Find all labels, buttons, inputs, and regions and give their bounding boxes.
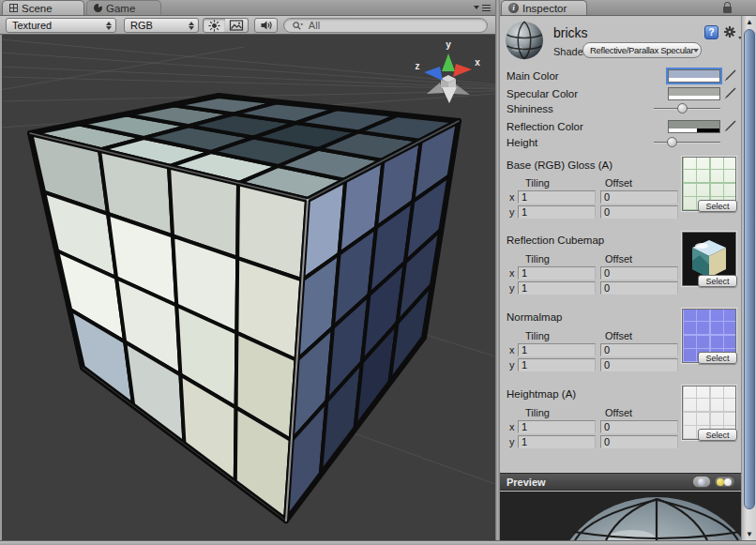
shader-dropdown[interactable]: Reflective/Parallax Specular (582, 42, 702, 58)
tab-scene[interactable]: Scene (2, 0, 84, 15)
tiling-header: Tiling (525, 330, 550, 341)
section-title: Base (RGB) Gloss (A) (507, 159, 612, 171)
scene-search-field[interactable] (283, 18, 488, 33)
shader-value: Reflective/Parallax Specular (590, 45, 693, 55)
y-axis-label: y (509, 359, 515, 371)
preview-area[interactable] (500, 492, 741, 540)
heightmap-offset-y-field[interactable] (600, 435, 678, 448)
chevron-down-icon (693, 49, 699, 53)
light-on-icon (717, 478, 724, 486)
gear-menu-button[interactable] (723, 25, 738, 40)
lighting-toggle-button[interactable] (203, 18, 226, 33)
cubemap-offset-x-field[interactable] (600, 266, 678, 280)
inspector-panel: i Inspector (500, 0, 756, 540)
heightmap-offset-x-field[interactable] (600, 420, 678, 433)
property-label: Specular Color (507, 88, 668, 99)
property-shininess: Shininess (507, 101, 736, 116)
gloss-tiling-x-field[interactable] (518, 190, 596, 204)
offset-header: Offset (605, 330, 632, 341)
scene-toolbar: Textured RGB (0, 16, 495, 35)
search-input[interactable] (307, 19, 479, 32)
scrollbar-down-arrow[interactable]: ▼ (742, 528, 756, 540)
preview-shape-button[interactable] (692, 476, 711, 488)
normalmap-offset-y-field[interactable] (600, 358, 678, 371)
y-axis-label: y (509, 436, 515, 447)
info-icon: i (508, 3, 519, 13)
gloss-select-button[interactable]: Select (698, 200, 737, 212)
offset-header: Offset (605, 177, 632, 189)
scene-3d-view[interactable]: yzx (2, 35, 495, 540)
tab-game[interactable]: Game (86, 0, 161, 15)
eyedropper-icon[interactable] (723, 87, 736, 100)
specular-color-swatch[interactable] (668, 87, 720, 100)
svg-text:x: x (475, 57, 480, 68)
reflection-color-swatch[interactable] (668, 120, 720, 133)
x-axis-label: x (509, 421, 515, 432)
scene-viewport[interactable]: yzx (0, 35, 495, 540)
material-preview-sphere (500, 492, 741, 540)
normalmap-tiling-y-field[interactable] (518, 358, 596, 371)
main-color-swatch[interactable] (668, 69, 720, 83)
svg-text:z: z (416, 61, 420, 71)
help-icon[interactable]: ? (704, 25, 718, 39)
lock-icon[interactable] (723, 7, 732, 13)
tiling-header: Tiling (525, 407, 550, 418)
sun-icon (207, 19, 221, 33)
y-axis-label: y (509, 206, 515, 218)
normalmap-offset-x-field[interactable] (600, 343, 678, 356)
color-mode-dropdown[interactable]: RGB (124, 18, 199, 33)
eyedropper-icon[interactable] (723, 120, 736, 133)
audio-toggle-button[interactable] (254, 18, 278, 33)
render-mode-label: Textured (12, 20, 102, 31)
tiling-header: Tiling (525, 177, 550, 189)
heightmap-tiling-y-field[interactable] (518, 435, 596, 448)
sphere-icon (698, 478, 705, 486)
section-title: Reflection Cubemap (507, 235, 604, 246)
preview-header[interactable]: Preview (500, 473, 741, 491)
cubemap-offset-y-field[interactable] (600, 281, 678, 295)
property-label: Height (507, 137, 654, 148)
image-icon (229, 19, 244, 32)
speaker-icon (259, 19, 274, 32)
game-icon (94, 4, 102, 12)
normalmap-tiling-x-field[interactable] (518, 343, 596, 356)
preview-title: Preview (507, 477, 692, 488)
property-main-color: Main Color (507, 68, 736, 83)
normalmap-select-button[interactable]: Select (698, 352, 737, 364)
slider-track (654, 142, 720, 144)
gloss-offset-y-field[interactable] (600, 205, 678, 219)
gloss-tiling-y-field[interactable] (518, 205, 596, 219)
section-title: Normalmap (507, 311, 562, 323)
scene-grid-icon (9, 4, 18, 12)
svg-text:y: y (446, 39, 451, 50)
cubemap-select-button[interactable]: Select (698, 275, 737, 287)
heightmap-select-button[interactable]: Select (698, 429, 737, 441)
inspector-scrollbar[interactable]: ▲ ▼ (741, 16, 756, 540)
cubemap-tiling-y-field[interactable] (518, 281, 596, 295)
tab-inspector[interactable]: i Inspector (501, 0, 587, 15)
property-label: Main Color (507, 70, 668, 82)
color-mode-label: RGB (130, 20, 185, 31)
scene-panel-menu[interactable] (474, 5, 491, 11)
shininess-slider[interactable] (654, 102, 720, 115)
slider-knob[interactable] (677, 103, 688, 114)
gear-icon (723, 25, 736, 38)
chevron-down-icon (474, 6, 479, 9)
skybox-toggle-button[interactable] (225, 18, 249, 33)
height-slider[interactable] (654, 136, 720, 149)
gloss-offset-x-field[interactable] (600, 190, 678, 204)
property-reflection-color: Reflection Color (507, 119, 736, 134)
property-height: Height (507, 135, 736, 150)
scrollbar-thumb[interactable] (744, 29, 755, 509)
heightmap-tiling-x-field[interactable] (518, 420, 596, 433)
x-axis-label: x (509, 344, 515, 356)
material-sphere-icon (505, 21, 544, 60)
slider-knob[interactable] (667, 137, 677, 147)
preview-lighting-button[interactable] (714, 476, 735, 488)
scrollbar-up-arrow[interactable]: ▲ (742, 16, 756, 28)
render-mode-dropdown[interactable]: Textured (6, 18, 116, 33)
cubemap-tiling-x-field[interactable] (518, 266, 596, 280)
eyedropper-icon[interactable] (723, 69, 736, 83)
offset-header: Offset (605, 253, 632, 265)
property-label: Reflection Color (507, 121, 668, 132)
